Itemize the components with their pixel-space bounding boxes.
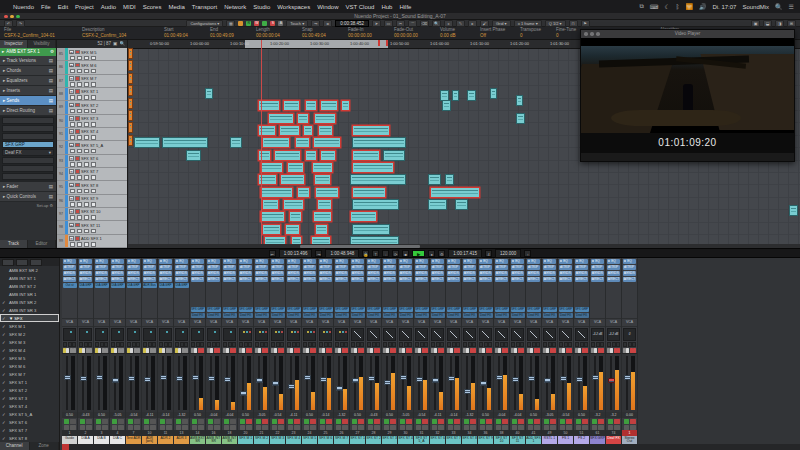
- rack-sends-button[interactable]: SENDS: [559, 271, 572, 276]
- pan-control[interactable]: [319, 328, 332, 341]
- rack-strip-button[interactable]: STRIP: [351, 265, 364, 270]
- video-minimize-icon[interactable]: [590, 32, 594, 36]
- rack-direct-button[interactable]: DIRECT: [495, 277, 508, 282]
- track-control-button[interactable]: [91, 69, 96, 74]
- fader-area[interactable]: [446, 353, 461, 412]
- output-routing-slot[interactable]: DIA GRP: [95, 283, 109, 289]
- rack-sends-button[interactable]: SENDS: [207, 271, 220, 276]
- audio-event[interactable]: [445, 174, 454, 185]
- channel-button[interactable]: [278, 425, 284, 430]
- rack-sends-button[interactable]: SENDS: [111, 271, 124, 276]
- track-control-button[interactable]: [77, 189, 82, 194]
- rack-eq-button[interactable]: EQ: [559, 259, 572, 264]
- mute-button[interactable]: m: [69, 156, 74, 161]
- audio-event[interactable]: [260, 162, 283, 173]
- audio-event[interactable]: [287, 162, 304, 173]
- erase-tool-icon[interactable]: ⌫: [420, 20, 429, 27]
- pan-control[interactable]: [159, 328, 172, 341]
- vca-slot[interactable]: VCA: [254, 318, 269, 327]
- mute-button[interactable]: [418, 348, 421, 353]
- rack-sends-button[interactable]: SENDS: [239, 271, 252, 276]
- infoline-column[interactable]: Start01:00:49:04: [164, 27, 210, 39]
- rack-direct-button[interactable]: DIRECT: [271, 277, 284, 282]
- visibility-filter-icon[interactable]: [2, 259, 14, 266]
- track-control-button[interactable]: [70, 215, 75, 220]
- mute-button[interactable]: [338, 348, 341, 353]
- fader-cap[interactable]: [96, 375, 103, 380]
- event-edge-stub[interactable]: [128, 110, 133, 121]
- write-button[interactable]: [486, 419, 492, 424]
- read-button[interactable]: [464, 419, 470, 424]
- mute-button[interactable]: [322, 348, 325, 353]
- mute-button[interactable]: [402, 348, 405, 353]
- channel-name[interactable]: SFX ST 2: [366, 436, 381, 444]
- channel-button[interactable]: [528, 425, 534, 430]
- track-control-button[interactable]: [91, 82, 96, 87]
- rack-strip-button[interactable]: STRIP: [143, 265, 156, 270]
- audio-event[interactable]: [320, 100, 338, 111]
- snap-icon[interactable]: ⧈: [323, 20, 332, 27]
- pan-control[interactable]: [255, 328, 268, 341]
- channel-list-item[interactable]: ✓AMB INT SR 3: [0, 306, 59, 314]
- rack-eq-button[interactable]: EQ: [367, 259, 380, 264]
- solo-button[interactable]: [313, 348, 316, 353]
- fader-area[interactable]: [78, 353, 93, 412]
- vca-slot[interactable]: VCA: [62, 318, 77, 327]
- channel-button[interactable]: [86, 425, 92, 430]
- write-button[interactable]: [390, 419, 396, 424]
- vca-slot[interactable]: VCA: [526, 318, 541, 327]
- solo-button[interactable]: [329, 348, 332, 353]
- solo-button[interactable]: [441, 348, 444, 353]
- track-control-button[interactable]: [70, 69, 75, 74]
- auto-all-button[interactable]: A: [278, 21, 283, 26]
- rack-sends-button[interactable]: SENDS: [575, 271, 588, 276]
- write-button[interactable]: [598, 419, 604, 424]
- automation-mode-dropdown[interactable]: Touch ▾: [286, 20, 308, 27]
- write-button[interactable]: [102, 419, 108, 424]
- rack-direct-button[interactable]: DIRECT: [479, 277, 492, 282]
- read-button[interactable]: [624, 419, 630, 424]
- mixer-channel-strip[interactable]: EQSTRIPSENDSDIRECTSFX GRPDeaf FXVCA-0.04…: [494, 258, 510, 444]
- channel-name[interactable]: SFX ST 10: [494, 436, 509, 444]
- inspector-setup[interactable]: Set-up ⚙: [0, 202, 56, 209]
- rack-strip-button[interactable]: STRIP: [607, 265, 620, 270]
- channel-button[interactable]: [272, 425, 278, 430]
- rack-sends-button[interactable]: SENDS: [511, 271, 524, 276]
- pan-control[interactable]: [111, 328, 124, 341]
- mute-button[interactable]: [130, 348, 133, 353]
- audio-event[interactable]: [205, 88, 213, 99]
- solo-button[interactable]: [265, 348, 268, 353]
- solo-button[interactable]: [569, 348, 572, 353]
- track-control-button[interactable]: [70, 56, 75, 61]
- channel-button[interactable]: [304, 425, 310, 430]
- range-tool-icon[interactable]: ▭: [384, 20, 393, 27]
- vca-slot[interactable]: VCA: [558, 318, 573, 327]
- fader-cap[interactable]: [576, 377, 583, 382]
- fader-area[interactable]: [414, 353, 429, 412]
- channel-list-item[interactable]: ✓SFX ST 1: [0, 378, 59, 386]
- mixer-channel-strip[interactable]: EQSTRIPSENDSDIRECTSFX GRPDeaf FXVCA-0.54…: [414, 258, 430, 444]
- rack-direct-button[interactable]: DIRECT: [415, 277, 428, 282]
- mute-button[interactable]: [290, 348, 293, 353]
- divide-track-list-icon[interactable]: ▣: [113, 40, 117, 48]
- audio-event[interactable]: [490, 88, 497, 99]
- channel-button[interactable]: [96, 425, 102, 430]
- pan-control[interactable]: [95, 328, 108, 341]
- checkmark-icon[interactable]: ✓: [2, 412, 7, 417]
- rack-direct-button[interactable]: DIRECT: [511, 277, 524, 282]
- solo-button[interactable]: [169, 348, 172, 353]
- rack-direct-button[interactable]: DIRECT: [175, 277, 188, 282]
- rack-direct-button[interactable]: DIRECT: [335, 277, 348, 282]
- channel-button[interactable]: [432, 425, 438, 430]
- track-control-button[interactable]: [70, 175, 75, 180]
- infoline-column[interactable]: End01:00:49:09: [210, 27, 256, 39]
- rack-eq-button[interactable]: EQ: [223, 259, 236, 264]
- rack-sends-button[interactable]: SENDS: [543, 271, 556, 276]
- track-control-button[interactable]: [84, 56, 89, 61]
- read-button[interactable]: [384, 419, 390, 424]
- read-button[interactable]: [224, 419, 230, 424]
- fader-cap[interactable]: [496, 375, 503, 380]
- inspector-section-track-versions[interactable]: ▸ Track Versions▤: [0, 56, 56, 66]
- pan-control[interactable]: [447, 328, 460, 341]
- rack-eq-button[interactable]: EQ: [351, 259, 364, 264]
